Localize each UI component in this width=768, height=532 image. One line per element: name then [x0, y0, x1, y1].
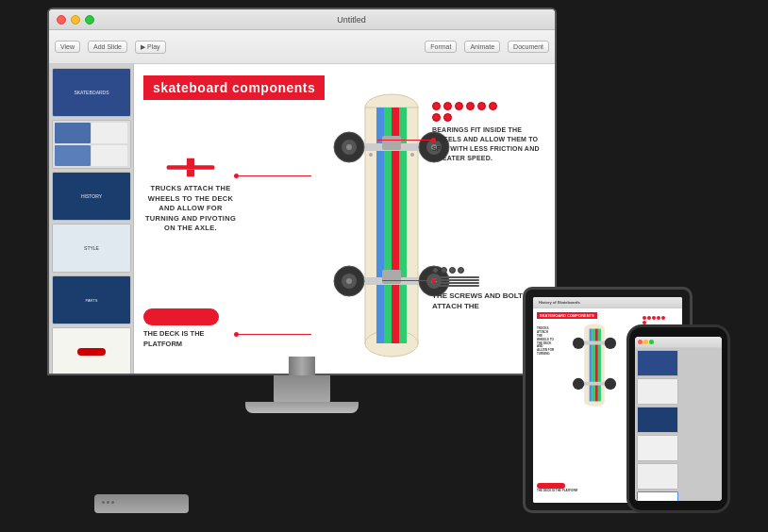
svg-rect-32	[593, 329, 595, 402]
monitor-neck	[289, 357, 315, 375]
ipad-bearing-dots	[643, 316, 665, 324]
bearing-dot-3	[455, 102, 463, 110]
iphone-thumb-2[interactable]	[637, 378, 678, 405]
ipad-deck-text: THE DECK IS THE PLATFORM	[537, 490, 577, 493]
iphone-slide-thumbnails	[635, 348, 722, 501]
mac-mini	[94, 494, 189, 513]
vent-dot-1	[102, 501, 105, 504]
play-button[interactable]: ▶ Play	[135, 41, 166, 54]
deck-text: THE DECK IS THE PLATFORM	[143, 329, 238, 349]
slide-thumb-3[interactable]: HISTORY	[52, 172, 131, 221]
keynote-titlebar: Untitled	[49, 9, 555, 30]
keynote-toolbar: View Add Slide ▶ Play Format Animate Doc…	[49, 30, 555, 64]
iphone-topbar	[635, 337, 722, 348]
iphone-screen	[635, 337, 722, 501]
deck-shape	[143, 308, 219, 325]
ipad-bdot-5	[661, 316, 665, 320]
screw-line-1	[432, 276, 479, 278]
ipad-bdot-4	[657, 316, 660, 320]
iphone-thumb-4[interactable]	[637, 435, 678, 461]
deck-connector-line	[236, 334, 311, 335]
iphone-max-btn[interactable]	[649, 340, 654, 344]
ipad-topbar: History of Skateboards	[533, 297, 682, 308]
svg-rect-38	[581, 382, 608, 386]
slide-canvas: skateboard components TRUCKS ATTACH THE …	[134, 64, 555, 375]
svg-point-14	[346, 144, 352, 150]
svg-rect-35	[581, 341, 608, 345]
screw-dot-4	[458, 267, 464, 274]
bearing-dot-7	[432, 113, 441, 122]
screw-connector-dot	[431, 278, 436, 283]
window-title: Untitled	[156, 15, 547, 25]
iphone-thumb-5[interactable]	[637, 463, 678, 490]
keynote-main: SKATEBOARDS HISTORY	[49, 64, 555, 375]
bearing-connector-dot	[431, 138, 436, 142]
screw-connector-line	[382, 280, 434, 281]
monitor: Untitled View Add Slide ▶ Play Format An…	[47, 8, 557, 404]
svg-point-26	[369, 153, 373, 157]
screw-line-3	[432, 282, 479, 284]
slide-thumb-5[interactable]: PARTS	[52, 275, 131, 324]
close-button[interactable]	[57, 15, 66, 25]
svg-point-39	[573, 378, 584, 390]
ipad-bdot-2	[647, 316, 651, 320]
deck-label: THE DECK IS THE PLATFORM	[143, 308, 238, 349]
bearing-dots	[432, 102, 498, 122]
svg-point-27	[410, 153, 414, 157]
slide-title: skateboard components	[143, 75, 325, 100]
iphone-thumb-6[interactable]	[637, 491, 678, 501]
trucks-label: TRUCKS ATTACH THE WHEELS TO THE DECK AND…	[143, 154, 238, 234]
bearings-label: BEARINGS FIT INSIDE THE WHEELS AND ALLOW…	[432, 102, 545, 164]
bearing-connector-line	[377, 140, 434, 141]
vent-dot-3	[111, 501, 114, 504]
screw-dot-3	[449, 267, 456, 274]
bearing-dot-8	[443, 113, 452, 122]
slide-thumb-1[interactable]: SKATEBOARDS	[52, 68, 131, 117]
slide-thumb-6[interactable]	[52, 327, 131, 375]
document-button[interactable]: Document	[508, 41, 549, 53]
slide-thumb-4[interactable]: STYLE	[52, 224, 131, 273]
bearing-dot-2	[443, 102, 452, 110]
fullscreen-button[interactable]	[85, 15, 94, 25]
svg-point-36	[573, 338, 584, 349]
bearing-dot-5	[477, 102, 486, 110]
bearing-dot-4	[466, 102, 475, 110]
svg-rect-31	[590, 329, 593, 402]
ipad-app-name: History of Skateboards	[539, 300, 580, 305]
screw-line-4	[432, 285, 479, 287]
svg-rect-34	[598, 329, 601, 402]
vent-dot-2	[107, 501, 109, 504]
trucks-text: TRUCKS ATTACH THE WHEELS TO THE DECK AND…	[143, 184, 238, 234]
format-button[interactable]: Format	[425, 41, 457, 53]
iphone-panel	[635, 337, 722, 501]
view-button[interactable]: View	[55, 41, 80, 53]
screw-lines	[432, 276, 479, 287]
animate-button[interactable]: Animate	[464, 41, 500, 53]
add-slide-button[interactable]: Add Slide	[88, 41, 127, 53]
ipad-bdot-1	[643, 316, 646, 320]
minimize-button[interactable]	[71, 15, 80, 25]
svg-rect-11	[382, 136, 401, 150]
deck-connector-dot	[234, 332, 239, 337]
slide-thumb-2[interactable]	[52, 120, 131, 169]
bearing-dot-1	[432, 102, 441, 110]
screw-line-2	[432, 279, 479, 281]
ipad-deck-section: THE DECK IS THE PLATFORM	[537, 483, 577, 493]
svg-point-40	[605, 378, 616, 390]
iphone-thumb-3[interactable]	[637, 407, 678, 433]
iphone[interactable]	[626, 324, 730, 513]
iphone-close-btn[interactable]	[638, 340, 643, 344]
monitor-base	[245, 402, 359, 413]
ipad-bdot-3	[652, 316, 656, 320]
slide-panel: SKATEBOARDS HISTORY	[49, 64, 134, 375]
svg-point-37	[605, 338, 616, 349]
ipad-trucks-text: TRUCKSATTACHTHEWHEELS TOTHE DECKANDALLOW…	[537, 327, 554, 357]
iphone-thumb-1[interactable]	[637, 350, 678, 376]
bearings-text: BEARINGS FIT INSIDE THE WHEELS AND ALLOW…	[432, 125, 545, 164]
monitor-stand	[274, 375, 330, 404]
svg-rect-19	[382, 270, 401, 284]
bearing-dot-6	[489, 102, 497, 110]
iphone-min-btn[interactable]	[643, 340, 648, 344]
ipad-skateboard-mini	[557, 318, 632, 412]
screw-dots	[432, 267, 479, 274]
